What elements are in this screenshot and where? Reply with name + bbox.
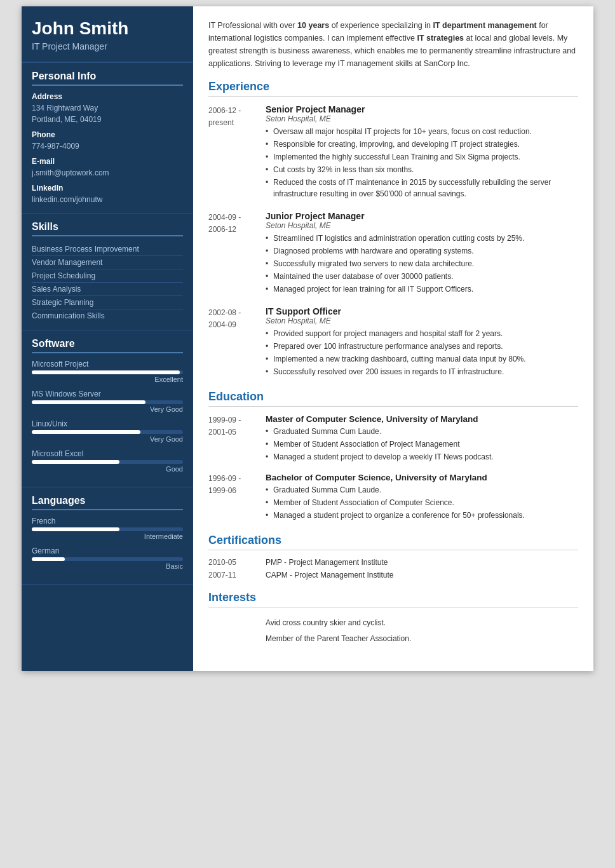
exp-date: 2004-09 -2006-12 (208, 211, 266, 296)
resume: John Smith IT Project Manager Personal I… (22, 6, 593, 671)
cert-entry: 2010-05 PMP - Project Management Institu… (208, 558, 578, 567)
skills-section: Skills Business Process ImprovementVendo… (22, 214, 193, 330)
bullet-item: Member of Student Association of Compute… (266, 497, 578, 508)
exp-date: 2006-12 -present (208, 104, 266, 201)
experience-entry: 2004-09 -2006-12 Junior Project Manager … (208, 211, 578, 296)
bullet-item: Successfully migrated two servers to new… (266, 258, 578, 269)
interests-section: Interests Avid cross country skier and c… (208, 591, 578, 647)
candidate-name: John Smith (32, 19, 183, 39)
software-bar-bg (32, 400, 183, 404)
bullet-item: Managed a student project to develop a w… (266, 451, 578, 463)
certifications-list: 2010-05 PMP - Project Management Institu… (208, 558, 578, 580)
certifications-heading: Certifications (208, 534, 578, 550)
software-item: Microsoft Excel Good (32, 449, 183, 473)
edu-bullets: Graduated Summa Cum Laude.Member of Stud… (266, 484, 578, 521)
bullet-item: Streamlined IT logistics and administrat… (266, 233, 578, 244)
bullet-item: Implemented a new tracking dashboard, cu… (266, 353, 578, 365)
phone-value: 774-987-4009 (32, 140, 183, 152)
experience-entry: 2002-08 -2004-09 IT Support Officer Seto… (208, 306, 578, 379)
language-name: German (32, 546, 183, 555)
skill-item: Business Process Improvement (32, 243, 183, 256)
skills-list: Business Process ImprovementVendor Manag… (32, 243, 183, 322)
languages-heading: Languages (32, 495, 183, 510)
languages-section: Languages French Intermediate German Bas… (22, 487, 193, 585)
cert-value: CAPM - Project Management Institute (266, 571, 393, 580)
candidate-title: IT Project Manager (32, 41, 183, 51)
linkedin-label: LinkedIn (32, 184, 183, 193)
language-level: Basic (32, 562, 183, 570)
edu-bullets: Graduated Summa Cum Laude.Member of Stud… (266, 426, 578, 463)
software-bar-bg (32, 460, 183, 464)
address-line1: 134 Rightward Way (32, 102, 183, 114)
bullet-item: Managed a student project to organize a … (266, 510, 578, 521)
bullet-item: Graduated Summa Cum Laude. (266, 426, 578, 437)
bullet-item: Member of Student Association of Project… (266, 438, 578, 450)
software-list: Microsoft Project Excellent MS Windows S… (32, 360, 183, 473)
exp-content: Senior Project Manager Seton Hospital, M… (266, 104, 578, 201)
address-line2: Portland, ME, 04019 (32, 114, 183, 125)
software-name: MS Windows Server (32, 390, 183, 398)
cert-date: 2007-11 (208, 571, 266, 580)
exp-company: Seton Hospital, ME (266, 316, 578, 325)
software-bar-fill (32, 370, 180, 374)
bullet-item: Graduated Summa Cum Laude. (266, 484, 578, 496)
software-bar-fill (32, 430, 140, 434)
exp-content: IT Support Officer Seton Hospital, ME Pr… (266, 306, 578, 379)
software-level: Very Good (32, 405, 183, 413)
experience-list: 2006-12 -present Senior Project Manager … (208, 104, 578, 379)
personal-info-heading: Personal Info (32, 71, 183, 86)
language-level: Intermediate (32, 532, 183, 540)
bullet-item: Successfully resolved over 200 issues in… (266, 366, 578, 377)
education-entry: 1996-09 -1999-06 Bachelor of Computer Sc… (208, 473, 578, 522)
skill-item: Communication Skills (32, 309, 183, 322)
cert-date: 2010-05 (208, 558, 266, 567)
software-name: Microsoft Project (32, 360, 183, 369)
software-bar-fill (32, 400, 145, 404)
phone-label: Phone (32, 130, 183, 139)
exp-bullets: Provided support for project managers an… (266, 328, 578, 377)
bullet-item: Diagnosed problems with hardware and ope… (266, 245, 578, 257)
software-bar-bg (32, 370, 183, 374)
skills-heading: Skills (32, 221, 183, 236)
software-level: Excellent (32, 376, 183, 383)
language-bar-fill (32, 557, 65, 561)
education-section: Education 1999-09 -2001-05 Master of Com… (208, 390, 578, 522)
software-level: Good (32, 465, 183, 473)
language-bar-bg (32, 557, 183, 561)
skill-item: Sales Analysis (32, 283, 183, 296)
exp-date: 2002-08 -2004-09 (208, 306, 266, 379)
edu-degree: Bachelor of Computer Science, University… (266, 473, 578, 482)
exp-job-title: IT Support Officer (266, 306, 578, 316)
bullet-item: Cut costs by 32% in less than six months… (266, 164, 578, 175)
sidebar: John Smith IT Project Manager Personal I… (22, 6, 193, 671)
summary-section: IT Professional with over 10 years of ex… (208, 19, 578, 70)
edu-date: 1999-09 -2001-05 (208, 414, 266, 464)
skill-item: Vendor Management (32, 256, 183, 269)
software-level: Very Good (32, 435, 183, 443)
edu-content: Master of Computer Science, University o… (266, 414, 578, 464)
experience-entry: 2006-12 -present Senior Project Manager … (208, 104, 578, 201)
software-name: Linux/Unix (32, 419, 183, 428)
exp-company: Seton Hospital, ME (266, 114, 578, 123)
email-value: j.smith@uptowork.com (32, 167, 183, 179)
experience-heading: Experience (208, 80, 578, 97)
language-name: French (32, 517, 183, 526)
bullet-item: Provided support for project managers an… (266, 328, 578, 339)
bullet-item: Prepared over 100 infrastructure perform… (266, 341, 578, 352)
language-item: French Intermediate (32, 517, 183, 540)
skill-item: Strategic Planning (32, 296, 183, 309)
exp-bullets: Oversaw all major hospital IT projects f… (266, 126, 578, 200)
edu-content: Bachelor of Computer Science, University… (266, 473, 578, 522)
address-label: Address (32, 92, 183, 101)
linkedin-value: linkedin.com/johnutw (32, 194, 183, 205)
exp-bullets: Streamlined IT logistics and administrat… (266, 233, 578, 295)
sidebar-header: John Smith IT Project Manager (22, 6, 193, 63)
certifications-section: Certifications 2010-05 PMP - Project Man… (208, 534, 578, 580)
edu-date: 1996-09 -1999-06 (208, 473, 266, 522)
software-heading: Software (32, 338, 183, 353)
software-name: Microsoft Excel (32, 449, 183, 458)
exp-content: Junior Project Manager Seton Hospital, M… (266, 211, 578, 296)
interest-item: Avid cross country skier and cyclist. (208, 615, 578, 631)
interest-item: Member of the Parent Teacher Association… (208, 631, 578, 647)
interests-heading: Interests (208, 591, 578, 607)
